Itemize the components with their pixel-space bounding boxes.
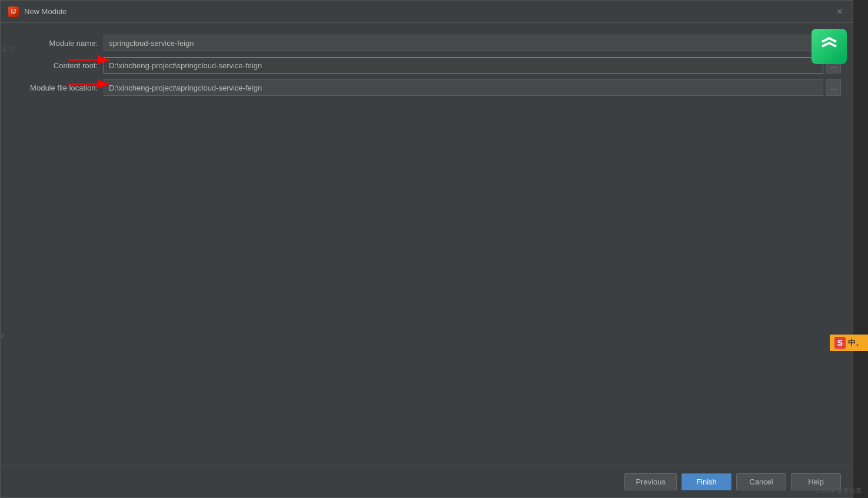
content-root-row: Content root: … — [12, 57, 841, 73]
ime-s-icon: S — [834, 337, 846, 349]
side-letter-2: m — [1, 47, 8, 54]
ime-chinese-label: 中、 — [848, 337, 863, 348]
spring-logo-inner — [817, 35, 841, 58]
watermark-text: CSDN @李知复 — [816, 486, 862, 495]
module-name-input[interactable] — [104, 35, 841, 51]
close-button[interactable]: × — [834, 6, 846, 18]
module-name-label: Module name: — [12, 39, 104, 48]
side-panel-letters: D m — [1, 47, 14, 58]
module-name-row: Module name: — [12, 35, 841, 51]
module-file-location-input-container: … — [104, 79, 841, 96]
module-name-input-container — [104, 35, 841, 51]
dialog-title: New Module — [24, 7, 66, 16]
module-file-location-input[interactable] — [104, 79, 823, 96]
annotation-arrow-2 — [68, 78, 115, 93]
dialog-content: Module name: Content root: … Module file… — [1, 23, 853, 466]
annotation-arrow-1 — [68, 54, 115, 69]
new-module-dialog: IJ New Module × — [0, 0, 853, 498]
module-file-location-row: Module file location: … — [12, 79, 841, 96]
dialog-footer: Previous Finish Cancel Help — [1, 466, 853, 497]
spring-logo-corner — [812, 29, 847, 64]
app-icon: IJ — [8, 6, 19, 18]
finish-button[interactable]: Finish — [681, 473, 731, 490]
side-letter-e: e — [1, 333, 5, 339]
side-letter-1: D — [8, 47, 14, 54]
ime-indicator: S 中、 — [830, 335, 868, 351]
intellij-icon: IJ — [8, 6, 19, 17]
spring-logo-svg — [817, 35, 841, 58]
title-bar-left: IJ New Module — [8, 6, 66, 18]
cancel-button[interactable]: Cancel — [736, 473, 786, 490]
content-root-input[interactable] — [104, 57, 823, 73]
content-root-input-container: … — [104, 57, 841, 73]
previous-button[interactable]: Previous — [624, 473, 677, 490]
title-bar: IJ New Module × — [1, 1, 853, 23]
module-file-location-browse-button[interactable]: … — [826, 79, 841, 96]
